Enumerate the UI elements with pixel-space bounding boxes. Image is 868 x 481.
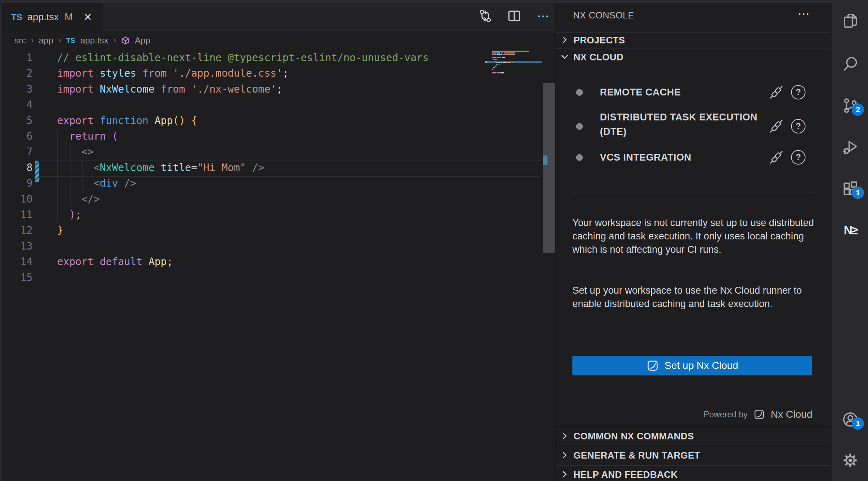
overview-ruler-modified-decoration <box>543 156 547 165</box>
code-line: 5export function App() { <box>0 113 542 128</box>
setup-hint-text: Set up your workspace to use the Nx Clou… <box>572 284 815 311</box>
line-number: 8 <box>0 160 33 175</box>
minimap-line <box>492 52 515 54</box>
more-actions-icon[interactable]: ⋯ <box>798 7 811 21</box>
section-label: NX CLOUD <box>573 52 623 63</box>
activity-item-search[interactable] <box>841 54 860 73</box>
minimap-line <box>492 64 500 65</box>
explorer-icon <box>841 12 859 30</box>
code-text: import NxWelcome from './nx-welcome'; <box>57 81 283 97</box>
code-line: 3import NxWelcome from './nx-welcome'; <box>0 81 542 97</box>
code-line: 8 <NxWelcome title="Hi Mom" /> <box>0 160 542 175</box>
minimap-line <box>492 72 504 73</box>
activity-item-nx-console[interactable]: N≥ <box>841 221 860 240</box>
line-number: 15 <box>0 270 33 285</box>
code-line: 2import styles from './app.module.css'; <box>0 65 542 81</box>
minimap-line <box>492 67 495 68</box>
scrollbar-slider[interactable] <box>543 83 555 253</box>
feature-row[interactable]: DISTRIBUTED TASK EXECUTION (DTE)? <box>556 111 831 142</box>
line-number: 5 <box>0 113 33 128</box>
code-text: return ( <box>57 128 118 144</box>
nx-console-panel: NX CONSOLE ⋯ PROJECTS NX CLOUD REMOTE CA… <box>556 0 831 481</box>
setup-button-label: Set up Nx Cloud <box>665 360 738 371</box>
feature-label: VCS INTEGRATION <box>600 150 768 165</box>
minimap-current-line-marker <box>485 61 487 63</box>
line-number: 1 <box>0 50 33 65</box>
nx-cloud-logo-icon <box>646 359 659 372</box>
code-line: 10 </> <box>0 191 542 207</box>
feature-status-dot <box>576 89 583 96</box>
activity-item-settings[interactable] <box>841 451 860 470</box>
question-help-icon[interactable]: ? <box>791 150 805 165</box>
plug-connect-icon[interactable] <box>768 84 785 101</box>
nx-cloud-logo-icon <box>753 409 765 420</box>
section-nx-cloud[interactable]: NX CLOUD <box>556 49 831 65</box>
code-line: 6 return ( <box>0 128 542 144</box>
code-text: export function App() { <box>57 113 197 128</box>
feature-label: DISTRIBUTED TASK EXECUTION (DTE) <box>600 110 768 139</box>
code-line: 12} <box>0 222 542 238</box>
line-number: 2 <box>0 65 33 81</box>
feature-row[interactable]: VCS INTEGRATION? <box>556 149 831 166</box>
line-number: 6 <box>0 128 33 144</box>
nx-console-icon: N≥ <box>844 224 857 237</box>
feature-label: REMOTE CACHE <box>600 85 768 99</box>
code-text: } <box>57 222 63 238</box>
question-help-icon[interactable]: ? <box>791 85 805 99</box>
chevron-down-icon <box>560 52 569 63</box>
window-top-edge <box>0 0 868 3</box>
editor-group: TS app.tsx M ✕ ⋯ src › app › TS app.tsx … <box>0 0 555 481</box>
code-text: // eslint-disable-next-line @typescript-… <box>57 50 429 65</box>
question-help-icon[interactable]: ? <box>791 119 805 133</box>
run-and-debug-icon <box>841 138 859 156</box>
section-help-and-feedback[interactable]: HELP AND FEEDBACK <box>556 465 831 481</box>
code-line: 15 <box>0 270 542 285</box>
code-text: <div /> <box>57 175 136 191</box>
minimap-line <box>492 51 529 52</box>
divider <box>572 192 812 192</box>
chevron-right-icon <box>560 469 569 480</box>
editor-scrollbar[interactable] <box>542 33 555 481</box>
setup-nx-cloud-button[interactable]: Set up Nx Cloud <box>572 356 812 375</box>
code-area[interactable]: 1// eslint-disable-next-line @typescript… <box>0 0 555 481</box>
workspace-status-text: Your workspace is not currently set up t… <box>572 216 815 256</box>
activity-bar: 21N≥1 <box>831 0 868 481</box>
code-text: ); <box>57 207 81 222</box>
activity-item-run-and-debug[interactable] <box>841 138 860 157</box>
section-projects[interactable]: PROJECTS <box>556 32 831 48</box>
code-line: 4 <box>0 97 542 112</box>
feature-status-dot <box>576 154 583 161</box>
code-line: 9 <div /> <box>0 175 542 191</box>
line-number: 12 <box>0 222 33 238</box>
section-generate-run-target[interactable]: GENERATE & RUN TARGET <box>556 446 831 465</box>
code-text: <> <box>57 144 94 159</box>
code-text: export default App; <box>57 254 173 269</box>
code-line: 7 <> <box>0 144 542 159</box>
line-number: 7 <box>0 144 33 159</box>
code-text: <NxWelcome title="Hi Mom" /> <box>57 160 264 175</box>
code-line: 11 ); <box>0 207 542 222</box>
line-number: 10 <box>0 191 33 207</box>
feature-status-dot <box>576 123 583 130</box>
search-icon <box>841 55 859 73</box>
feature-row[interactable]: REMOTE CACHE? <box>556 84 831 101</box>
badge: 1 <box>852 187 864 199</box>
line-number: 11 <box>0 207 33 222</box>
minimap-line <box>492 57 506 58</box>
plug-connect-icon[interactable] <box>768 149 785 166</box>
code-line: 14export default App; <box>0 254 542 269</box>
line-number: 4 <box>0 97 33 112</box>
panel-title: NX CONSOLE <box>573 10 634 21</box>
chevron-right-icon <box>560 35 569 46</box>
line-number: 3 <box>0 81 33 97</box>
minimap-line <box>492 59 498 60</box>
badge: 2 <box>852 103 864 116</box>
minimap-line <box>492 62 513 63</box>
minimap[interactable] <box>487 50 542 97</box>
minimap-line <box>492 69 493 70</box>
activity-item-explorer[interactable] <box>841 12 860 30</box>
section-common-nx-commands[interactable]: COMMON NX COMMANDS <box>556 427 831 446</box>
section-label: PROJECTS <box>573 35 625 46</box>
section-label: HELP AND FEEDBACK <box>573 469 678 480</box>
plug-connect-icon[interactable] <box>768 118 785 135</box>
